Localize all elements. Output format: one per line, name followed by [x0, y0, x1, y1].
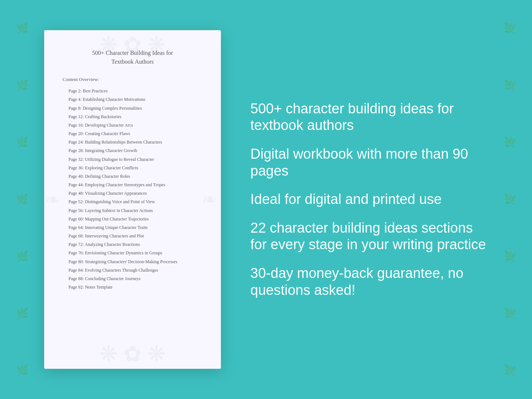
promo-point: 30-day money-back guarantee, no question…: [250, 265, 488, 299]
promo-point: 500+ character building ideas for textbo…: [250, 100, 488, 134]
toc-item: Page 64: Innovating Unique Character Tra…: [63, 223, 202, 232]
promo-point: 22 character building ideas sections for…: [250, 220, 488, 253]
toc-item: Page 36: Exploring Character Conflicts: [63, 164, 202, 172]
toc-item: Page 40: Defining Character Roles: [63, 172, 202, 181]
toc-item: Page 68: Interweaving Characters and Plo…: [63, 232, 202, 240]
promo-panel: 500+ character building ideas for textbo…: [243, 100, 488, 299]
table-of-contents: Page 2: Best PracticesPage 4: Establishi…: [63, 87, 202, 292]
toc-item: Page 88: Concluding Character Journeys: [63, 275, 202, 283]
toc-item: Page 56: Layering Subtext in Character A…: [63, 206, 202, 215]
promo-point: Digital workbook with more than 90 pages: [250, 146, 488, 179]
content-overview-label: Content Overview:: [63, 77, 202, 82]
doc-watermark-bottom: ❋ ✿ ❋: [96, 343, 169, 365]
document-title: 500+ Character Building Ideas for Textbo…: [63, 49, 202, 66]
toc-item: Page 16: Developing Character Arcs: [63, 121, 202, 130]
toc-item: Page 52: Distinguishing Voice and Point …: [63, 198, 202, 206]
toc-item: Page 80: Strategizing Characters' Decisi…: [63, 257, 202, 266]
toc-item: Page 4: Establishing Character Motivatio…: [63, 95, 202, 104]
toc-item: Page 28: Integrating Character Growth: [63, 146, 202, 155]
toc-item: Page 48: Visualizing Character Appearanc…: [63, 189, 202, 198]
promo-point: Ideal for digital and printed use: [250, 191, 488, 208]
toc-item: Page 92: Notes Template: [63, 283, 202, 292]
doc-watermark-left: ❧: [45, 189, 63, 210]
toc-item: Page 44: Employing Character Stereotypes…: [63, 181, 202, 189]
toc-item: Page 12: Crafting Backstories: [63, 113, 202, 121]
toc-item: Page 24: Building Relationships Between …: [63, 138, 202, 146]
toc-item: Page 2: Best Practices: [63, 87, 202, 95]
toc-item: Page 76: Envisioning Character Dynamics …: [63, 249, 202, 257]
toc-item: Page 20: Creating Character Flaws: [63, 130, 202, 138]
toc-item: Page 72: Analyzing Character Reactions: [63, 240, 202, 249]
doc-watermark-right: ❧: [202, 189, 220, 210]
document-panel: ❋ ✿ ❋ ❋ ✿ ❋ ❧ ❧ 500+ Character Building …: [44, 30, 221, 369]
main-content: ❋ ✿ ❋ ❋ ✿ ❋ ❧ ❧ 500+ Character Building …: [0, 0, 532, 399]
toc-item: Page 32: Utilizing Dialogue to Reveal Ch…: [63, 155, 202, 163]
toc-item: Page 8: Designing Complex Personalities: [63, 104, 202, 112]
toc-item: Page 60: Mapping Out Character Trajector…: [63, 215, 202, 223]
toc-item: Page 84: Evolving Characters Through Cha…: [63, 266, 202, 275]
